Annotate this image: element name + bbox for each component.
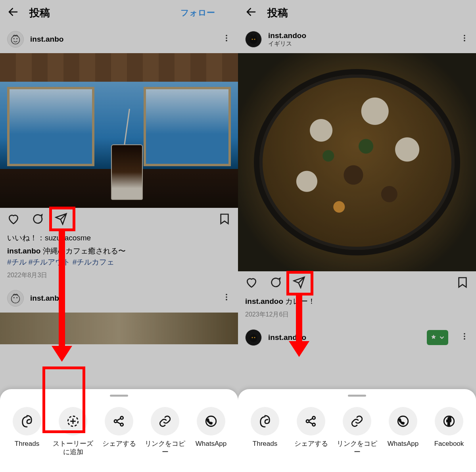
follow-button[interactable]: フォロー (180, 7, 215, 18)
username: inst.andoo (268, 31, 306, 40)
share-label: WhatsApp (196, 439, 226, 448)
svg-point-21 (464, 37, 465, 39)
topbar: 投稿 (238, 0, 476, 25)
post-header: inst.anbo (0, 25, 238, 53)
share-option-whatsapp[interactable]: WhatsApp (189, 407, 233, 457)
avatar[interactable] (7, 290, 24, 307)
share-label: Facebook (434, 439, 464, 448)
share-option-share[interactable]: シェアする (97, 407, 141, 457)
svg-point-11 (226, 299, 227, 300)
share-sheet[interactable]: Threadsストーリーズに追加シェアするリンクをコピーWhatsApp (0, 389, 238, 472)
svg-point-25 (254, 337, 255, 338)
avatar[interactable] (245, 329, 262, 346)
hashtags[interactable]: #チル #チルアウト #チルカフェ (7, 257, 231, 268)
svg-point-27 (464, 336, 465, 337)
svg-point-7 (13, 297, 15, 298)
svg-point-17 (250, 36, 257, 44)
username[interactable]: inst.andoo (268, 333, 306, 342)
threads-icon (13, 407, 41, 436)
share-option-link[interactable]: リンクをコピー (335, 407, 379, 457)
save-icon[interactable] (456, 276, 469, 290)
more-icon[interactable] (222, 293, 231, 304)
svg-point-2 (16, 38, 17, 39)
post-image[interactable] (0, 53, 238, 208)
svg-point-4 (226, 37, 227, 39)
avatar[interactable] (245, 31, 262, 48)
share-option-threads[interactable]: Threads (5, 407, 49, 457)
svg-point-5 (226, 40, 227, 42)
caption-text: カレー！ (285, 297, 315, 305)
more-icon[interactable] (460, 332, 469, 343)
next-post-header: inst.andoo (238, 323, 476, 352)
username[interactable]: inst.anbo (30, 294, 63, 303)
share-icon[interactable] (55, 213, 67, 227)
like-icon[interactable] (245, 276, 258, 290)
page-title: 投稿 (29, 6, 50, 20)
svg-point-24 (252, 337, 253, 338)
phone-left: 投稿 フォロー inst.anbo いいね！：suzukacosme inst.… (0, 0, 238, 472)
user-block[interactable]: inst.anbo (30, 35, 63, 44)
share-option-add-story[interactable]: ストーリーズに追加 (51, 407, 95, 457)
close-friends-badge[interactable] (427, 330, 448, 345)
svg-point-26 (464, 333, 465, 334)
share-option-link[interactable]: リンクをコピー (143, 407, 187, 457)
caption-block: いいね！：suzukacosme inst.anbo 沖縄のカフェ癒される〜 #… (0, 232, 238, 284)
location: イギリス (268, 40, 306, 48)
share-option-whatsapp[interactable]: WhatsApp (381, 407, 425, 457)
back-icon[interactable] (7, 6, 19, 19)
more-icon[interactable] (460, 34, 469, 45)
post-header: inst.andoo イギリス (238, 25, 476, 53)
caption-line: inst.andoo カレー！ (245, 296, 469, 307)
user-block[interactable]: inst.andoo イギリス (268, 31, 306, 48)
sheet-grab-handle[interactable] (348, 395, 366, 397)
svg-point-18 (252, 39, 253, 40)
svg-point-1 (13, 38, 15, 39)
svg-point-19 (254, 39, 255, 40)
avatar[interactable] (7, 31, 24, 48)
liked-by[interactable]: いいね！：suzukacosme (7, 232, 231, 244)
caption-line: inst.anbo 沖縄のカフェ癒される〜 (7, 246, 231, 257)
back-icon[interactable] (245, 6, 257, 19)
caption-text: 沖縄のカフェ癒される〜 (43, 247, 126, 255)
svg-point-0 (12, 36, 20, 44)
svg-point-10 (226, 296, 227, 298)
comment-icon[interactable] (31, 213, 44, 227)
share-option-threads[interactable]: Threads (243, 407, 287, 457)
add-story-icon (59, 407, 87, 436)
next-post-image-peek[interactable] (0, 313, 238, 344)
caption-username[interactable]: inst.andoo (245, 297, 283, 305)
share-label: ストーリーズに追加 (51, 439, 95, 457)
svg-point-28 (464, 338, 465, 340)
caption-username[interactable]: inst.anbo (7, 247, 40, 255)
share-icon[interactable] (293, 276, 305, 290)
caption-block: inst.andoo カレー！ 2023年12月6日 (238, 295, 476, 323)
share-option-facebook[interactable]: Facebook (427, 407, 471, 457)
svg-point-9 (226, 294, 227, 295)
svg-point-20 (464, 35, 465, 36)
post-image[interactable] (238, 53, 476, 271)
whatsapp-icon (389, 407, 417, 436)
svg-point-8 (16, 297, 17, 298)
comment-icon[interactable] (269, 276, 282, 290)
sheet-grab-handle[interactable] (110, 395, 128, 397)
topbar: 投稿 フォロー (0, 0, 238, 25)
action-row (0, 208, 238, 232)
share-label: リンクをコピー (335, 439, 379, 457)
share-option-share[interactable]: シェアする (289, 407, 333, 457)
post-date: 2023年12月6日 (245, 310, 469, 319)
svg-point-23 (250, 334, 257, 342)
share-label: シェアする (294, 439, 328, 448)
whatsapp-icon (197, 407, 225, 436)
phone-right: 投稿 inst.andoo イギリス inst.andoo カレー！ 2023年… (238, 0, 476, 472)
save-icon[interactable] (218, 213, 231, 227)
share-label: リンクをコピー (143, 439, 187, 457)
svg-point-6 (12, 295, 20, 303)
link-icon (343, 407, 371, 436)
facebook-icon (435, 407, 463, 436)
svg-point-3 (226, 35, 227, 36)
like-icon[interactable] (7, 213, 20, 227)
more-icon[interactable] (222, 34, 231, 45)
share-sheet[interactable]: ThreadsシェアするリンクをコピーWhatsAppFacebook (238, 389, 476, 472)
username: inst.anbo (30, 35, 63, 44)
share-label: WhatsApp (388, 439, 418, 448)
